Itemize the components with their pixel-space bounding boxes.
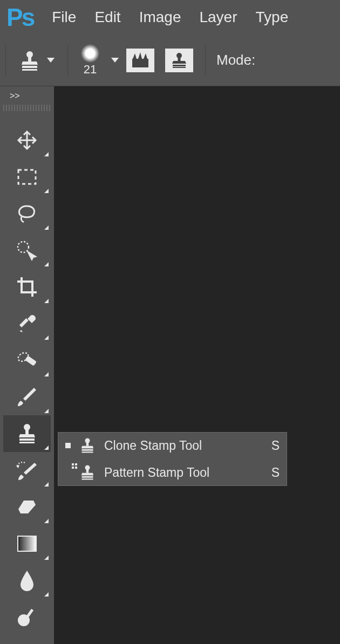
svg-rect-21 xyxy=(18,536,36,551)
flyout-indicator xyxy=(44,189,49,193)
svg-rect-19 xyxy=(19,442,35,443)
dodge-tool[interactable] xyxy=(3,599,51,635)
menu-file[interactable]: File xyxy=(52,9,76,26)
eyedropper-tool[interactable] xyxy=(3,305,51,342)
healing-brush-icon xyxy=(16,350,38,371)
flyout-indicator xyxy=(44,519,49,523)
svg-rect-25 xyxy=(86,442,89,446)
brush-icon xyxy=(16,386,38,408)
svg-rect-7 xyxy=(173,65,186,66)
flyout-indicator xyxy=(44,152,49,156)
svg-rect-26 xyxy=(82,449,93,451)
brush-tool[interactable] xyxy=(3,379,51,415)
gradient-tool[interactable] xyxy=(3,525,51,562)
flyout-item-shortcut: S xyxy=(267,439,280,453)
marquee-tool[interactable] xyxy=(3,159,51,195)
options-bar: 21 Mode: xyxy=(0,35,340,86)
flyout-indicator xyxy=(44,592,49,597)
svg-rect-13 xyxy=(19,318,29,327)
flyout-indicator xyxy=(44,372,49,376)
menu-layer[interactable]: Layer xyxy=(199,9,237,26)
flyout-indicator xyxy=(44,299,49,303)
stamp-in-box-icon xyxy=(169,51,189,70)
flyout-indicator xyxy=(44,225,49,230)
tools-panel: >> xyxy=(0,86,54,644)
menu-type[interactable]: Type xyxy=(256,9,289,26)
svg-rect-2 xyxy=(22,66,37,68)
svg-rect-27 xyxy=(82,451,93,453)
history-brush-tool[interactable] xyxy=(3,452,51,489)
stamp-icon xyxy=(77,437,98,454)
menu-edit[interactable]: Edit xyxy=(94,9,120,26)
svg-rect-4 xyxy=(132,59,148,67)
canvas-area[interactable] xyxy=(54,86,340,644)
active-indicator-empty xyxy=(65,470,71,475)
flyout-indicator xyxy=(44,335,49,340)
clone-source-panel-button[interactable] xyxy=(165,49,193,72)
svg-rect-3 xyxy=(22,69,37,71)
flyout-item-clone-stamp[interactable]: Clone Stamp Tool S xyxy=(58,432,287,459)
svg-rect-18 xyxy=(19,439,35,441)
flyout-indicator xyxy=(44,262,49,266)
svg-rect-23 xyxy=(26,609,33,619)
history-brush-icon xyxy=(15,460,39,481)
svg-rect-29 xyxy=(86,469,89,473)
move-icon xyxy=(16,129,38,151)
brush-preview-dot xyxy=(81,44,99,63)
svg-rect-11 xyxy=(18,170,36,184)
mode-label: Mode: xyxy=(212,52,255,68)
chevron-down-icon xyxy=(47,58,55,63)
drop-icon xyxy=(19,570,35,591)
quick-selection-icon xyxy=(16,239,38,261)
stamp-tool-flyout: Clone Stamp Tool S Pattern Stamp Tool S xyxy=(57,431,288,487)
brushes-folder-icon xyxy=(130,51,151,70)
divider xyxy=(5,45,6,76)
eraser-tool[interactable] xyxy=(3,489,51,525)
move-tool[interactable] xyxy=(3,122,51,159)
flyout-indicator xyxy=(44,446,49,450)
eyedropper-icon xyxy=(16,313,38,334)
flyout-indicator xyxy=(44,409,49,413)
quick-selection-tool[interactable] xyxy=(3,232,51,269)
flyout-indicator xyxy=(44,556,49,560)
menubar: Ps File Edit Image Layer Type xyxy=(0,0,340,35)
stamp-icon xyxy=(16,423,38,444)
flyout-indicator xyxy=(44,482,49,487)
gradient-icon xyxy=(17,535,37,552)
lasso-tool[interactable] xyxy=(3,195,51,232)
svg-rect-1 xyxy=(28,56,31,61)
svg-rect-8 xyxy=(173,67,186,68)
flyout-item-shortcut: S xyxy=(267,465,280,480)
svg-rect-31 xyxy=(82,478,93,479)
panel-grip[interactable] xyxy=(3,105,51,111)
crop-tool[interactable] xyxy=(3,269,51,305)
marquee-icon xyxy=(17,168,37,186)
svg-rect-15 xyxy=(25,355,37,366)
divider xyxy=(205,45,206,76)
current-tool-preset[interactable] xyxy=(12,50,61,71)
healing-brush-tool[interactable] xyxy=(3,342,51,379)
svg-rect-6 xyxy=(178,57,181,61)
stamp-icon xyxy=(19,50,40,71)
chevron-down-icon xyxy=(111,58,119,63)
dodge-icon xyxy=(16,606,38,628)
flyout-item-pattern-stamp[interactable]: Pattern Stamp Tool S xyxy=(58,459,287,486)
svg-rect-30 xyxy=(82,476,93,478)
active-indicator xyxy=(65,443,71,448)
flyout-item-label: Pattern Stamp Tool xyxy=(104,465,260,480)
expand-panels-button[interactable]: >> xyxy=(3,90,51,102)
flyout-item-label: Clone Stamp Tool xyxy=(104,439,260,453)
brush-picker[interactable]: 21 xyxy=(74,44,121,77)
app-logo: Ps xyxy=(6,3,33,32)
crop-icon xyxy=(16,276,38,298)
menu-image[interactable]: Image xyxy=(139,9,181,26)
pattern-stamp-icon xyxy=(77,464,98,481)
brush-size-value: 21 xyxy=(84,63,97,77)
clone-stamp-tool[interactable] xyxy=(3,415,51,452)
brush-panel-button[interactable] xyxy=(126,49,154,72)
blur-tool[interactable] xyxy=(3,562,51,599)
eraser-icon xyxy=(16,497,38,517)
lasso-icon xyxy=(16,203,38,224)
svg-rect-17 xyxy=(25,429,29,434)
divider xyxy=(67,45,68,76)
